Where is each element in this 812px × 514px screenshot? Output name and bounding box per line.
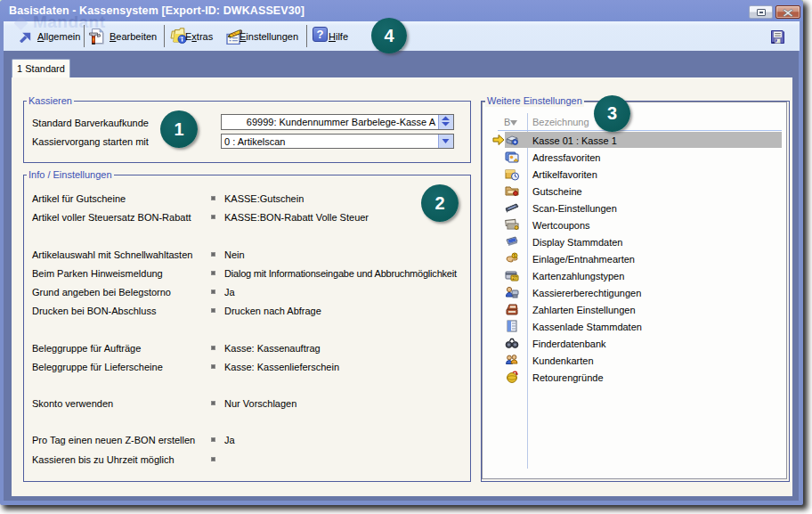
svg-text:$: $ [514, 253, 516, 258]
svg-text:27: 27 [512, 275, 517, 281]
